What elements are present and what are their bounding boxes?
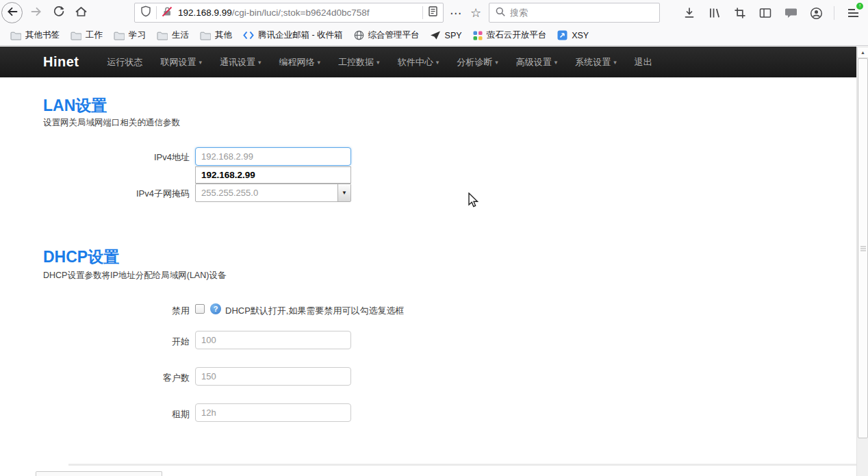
ipv4-address-label: IPv4地址 bbox=[42, 151, 190, 164]
dhcp-section-subtitle: DHCP设置参数将IP地址分配给局域网(LAN)设备 bbox=[43, 270, 226, 281]
nav-item-logout[interactable]: 退出 bbox=[626, 52, 661, 73]
folder-icon bbox=[10, 31, 21, 40]
bookmark-tencent-mail[interactable]: 腾讯企业邮箱 - 收件箱 bbox=[238, 27, 348, 43]
nav-item-label: 退出 bbox=[635, 56, 652, 68]
account-icon bbox=[810, 7, 823, 20]
url-separator-right bbox=[422, 6, 423, 19]
nav-items: 运行状态 联网设置▾ 通讯设置▾ 编程网络▾ 工控数据▾ 软件中心▾ 分析诊断▾… bbox=[99, 52, 661, 73]
blue-arrow-icon bbox=[557, 30, 567, 40]
page-content: LAN设置 设置网关局域网端口相关的通信参数 IPv4地址 192.168.2.… bbox=[0, 77, 856, 476]
nav-item-label: 联网设置 bbox=[161, 56, 196, 68]
autocomplete-item[interactable]: 192.168.2.99 bbox=[201, 170, 255, 180]
nav-item-system-settings[interactable]: 系统设置▾ bbox=[566, 52, 626, 73]
bookmark-label: SPY bbox=[445, 31, 462, 40]
library-button[interactable] bbox=[707, 5, 722, 21]
mouse-cursor bbox=[468, 192, 480, 212]
screenshot-button[interactable] bbox=[732, 5, 748, 21]
caret-down-icon: ▾ bbox=[613, 59, 617, 66]
help-icon[interactable]: ? bbox=[210, 303, 221, 314]
dhcp-limit-input[interactable] bbox=[195, 367, 351, 386]
scrollbar-up-button[interactable]: ▲ bbox=[857, 47, 868, 58]
url-host: 192.168.9.99 bbox=[178, 8, 232, 18]
scroll-up-icon: ▲ bbox=[860, 50, 865, 55]
nav-item-label: 软件中心 bbox=[398, 56, 433, 68]
reader-mode-icon[interactable] bbox=[428, 5, 438, 20]
caret-down-icon: ▾ bbox=[554, 59, 558, 66]
bookmark-star-button[interactable]: ☆ bbox=[467, 4, 485, 22]
caret-down-icon: ▾ bbox=[495, 59, 498, 66]
nav-item-network-settings[interactable]: 联网设置▾ bbox=[152, 52, 212, 73]
nav-item-status[interactable]: 运行状态 bbox=[99, 52, 152, 73]
bookmark-spy[interactable]: SPY bbox=[425, 29, 468, 42]
dhcp-limit-label: 客户数 bbox=[42, 372, 190, 384]
autocomplete-dropdown: 192.168.2.99 bbox=[195, 166, 351, 184]
dhcp-disable-label: 禁用 bbox=[42, 305, 190, 317]
download-button[interactable] bbox=[682, 5, 697, 21]
nav-item-industrial-data[interactable]: 工控数据▾ bbox=[329, 52, 389, 73]
bookmark-label: 其他书签 bbox=[25, 29, 60, 41]
sidebar-icon bbox=[759, 8, 771, 18]
url-fade bbox=[394, 8, 418, 18]
ipv4-netmask-label: IPv4子网掩码 bbox=[42, 188, 190, 200]
nav-item-advanced-settings[interactable]: 高级设置▾ bbox=[507, 52, 567, 73]
page-scrollbar[interactable]: ▲ bbox=[856, 47, 868, 476]
dhcp-disable-checkbox[interactable] bbox=[195, 304, 205, 314]
reload-button[interactable] bbox=[51, 5, 67, 21]
nav-item-label: 分析诊断 bbox=[457, 56, 492, 68]
bookmark-label: 工作 bbox=[86, 29, 103, 41]
shield-icon[interactable] bbox=[140, 5, 151, 20]
folder-icon bbox=[71, 31, 81, 40]
messages-button[interactable] bbox=[783, 5, 798, 21]
tencent-mail-icon bbox=[243, 31, 254, 40]
home-icon bbox=[75, 5, 88, 21]
sidebar-button[interactable] bbox=[758, 5, 773, 21]
page-actions-button[interactable]: ⋯ bbox=[447, 4, 465, 22]
scrollbar-grip bbox=[860, 245, 866, 252]
app-menu-button[interactable]: ↑ bbox=[845, 5, 861, 21]
bookmark-folder-life[interactable]: 生活 bbox=[151, 27, 194, 43]
nav-item-software-center[interactable]: 软件中心▾ bbox=[389, 52, 448, 73]
netmask-select[interactable]: 255.255.255.0 ▼ bbox=[195, 184, 351, 202]
bookmark-management-platform[interactable]: 综合管理平台 bbox=[348, 27, 425, 43]
bookmark-label: 萤石云开放平台 bbox=[487, 29, 547, 41]
bookmark-folder-study[interactable]: 学习 bbox=[108, 27, 151, 43]
ipv4-address-input[interactable] bbox=[195, 147, 351, 166]
nav-item-comm-settings[interactable]: 通讯设置▾ bbox=[211, 52, 270, 73]
bookmark-folder-work[interactable]: 工作 bbox=[65, 27, 108, 43]
netmask-select-value: 255.255.255.0 bbox=[196, 188, 337, 198]
lan-section-subtitle: 设置网关局域网端口相关的通信参数 bbox=[43, 117, 180, 129]
lan-section-title: LAN设置 bbox=[43, 95, 107, 116]
paper-plane-icon bbox=[431, 31, 441, 40]
nav-item-diagnostics[interactable]: 分析诊断▾ bbox=[448, 52, 507, 73]
forward-button[interactable] bbox=[28, 5, 44, 21]
bookmark-ezviz-platform[interactable]: 萤石云开放平台 bbox=[468, 27, 552, 43]
bookmark-xsy[interactable]: XSY bbox=[552, 28, 594, 42]
caret-down-icon: ▾ bbox=[199, 59, 203, 66]
caret-down-icon: ▾ bbox=[258, 59, 261, 66]
reload-icon bbox=[53, 5, 65, 21]
dhcp-start-input[interactable] bbox=[195, 331, 351, 349]
url-bar[interactable]: 192.168.9.99/cgi-bin/luci/;stok=b9624d0b… bbox=[134, 3, 444, 23]
globe-icon bbox=[354, 30, 364, 40]
insecure-lock-icon[interactable] bbox=[162, 6, 173, 20]
dhcp-lease-input[interactable] bbox=[195, 403, 351, 422]
bookmark-label: XSY bbox=[572, 31, 589, 40]
folder-icon bbox=[200, 31, 211, 40]
bookmark-folder-misc[interactable]: 其他 bbox=[194, 27, 238, 43]
brand-logo[interactable]: Hinet bbox=[43, 54, 79, 70]
partial-element bbox=[36, 471, 162, 476]
back-button[interactable] bbox=[1, 2, 23, 23]
bookmark-folder-other-bookmarks[interactable]: 其他书签 bbox=[5, 27, 65, 43]
nav-item-programming-network[interactable]: 编程网络▾ bbox=[270, 52, 330, 73]
search-input[interactable] bbox=[510, 8, 654, 18]
account-button[interactable] bbox=[808, 5, 824, 21]
chat-bubble-icon bbox=[784, 8, 797, 19]
caret-down-icon: ▼ bbox=[342, 190, 347, 196]
select-dropdown-button[interactable]: ▼ bbox=[337, 184, 350, 201]
search-icon bbox=[495, 6, 506, 20]
scrollbar-thumb[interactable] bbox=[858, 58, 868, 438]
star-icon: ☆ bbox=[470, 5, 481, 21]
search-bar[interactable] bbox=[489, 3, 660, 23]
bookmark-label: 综合管理平台 bbox=[368, 29, 420, 41]
home-button[interactable] bbox=[73, 5, 89, 21]
